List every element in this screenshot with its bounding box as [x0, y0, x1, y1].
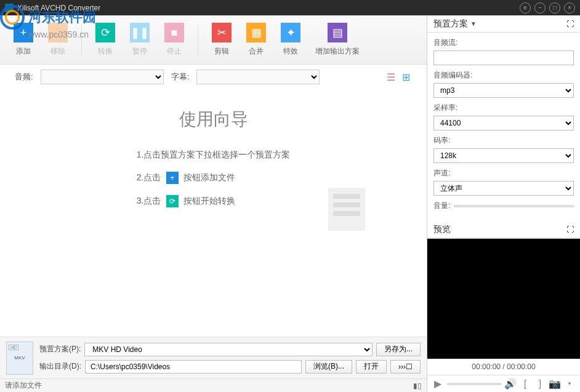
guide-step-2: 2.点击 + 按钮添加文件: [137, 172, 291, 184]
audio-stream-label: 音频流:: [433, 38, 574, 48]
placeholder-thumbnail: [328, 188, 365, 231]
status-icon: ▮▯: [413, 382, 422, 390]
effect-icon: ✦: [281, 23, 300, 42]
expand-icon[interactable]: ⛶: [566, 225, 574, 234]
maximize-button[interactable]: □: [549, 2, 560, 14]
profile-icon: ▤: [328, 23, 347, 42]
play-button[interactable]: ▶: [432, 378, 443, 390]
window-title: Xilisoft AVCHD Converter: [17, 4, 100, 12]
remove-button[interactable]: − 移除: [42, 20, 74, 59]
audio-codec-select[interactable]: mp3: [433, 83, 574, 98]
bracket-left-button[interactable]: [: [520, 378, 531, 390]
stop-button[interactable]: ■ 停止: [158, 20, 190, 59]
expand-icon[interactable]: ⛶: [566, 20, 574, 28]
snapshot-button[interactable]: 📷: [549, 378, 560, 390]
app-icon: [5, 4, 14, 12]
nav-button[interactable]: ›››☐: [390, 360, 421, 374]
bracket-right-button[interactable]: ]: [534, 378, 546, 390]
guide-step-3: 3.点击 ⟳ 按钮开始转换: [137, 195, 291, 207]
effect-button[interactable]: ✦ 特效: [275, 20, 307, 59]
audio-codec-label: 音频编码器:: [433, 70, 574, 81]
main-toolbar: + 添加 − 移除 ⟳ 转换 ❚❚ 暂停 ■ 停止 ✂: [0, 15, 427, 65]
time-display: 00:00:00 / 00:00:00: [427, 359, 580, 375]
progress-slider[interactable]: [447, 383, 501, 385]
format-thumbnail: MKV: [6, 342, 33, 375]
profile-panel-header: 预置方案 ▼ ⛶: [427, 15, 580, 33]
browse-button[interactable]: 浏览(B)...: [305, 360, 352, 374]
merge-icon: ▦: [246, 23, 266, 42]
cut-button[interactable]: ✂ 剪辑: [206, 20, 238, 59]
subtitle-filter-select[interactable]: [196, 70, 320, 84]
bottom-bar: MKV 预置方案(P): MKV HD Video 另存为... 输出目录(D)…: [0, 337, 427, 378]
preview-video: [427, 239, 580, 359]
volume-button[interactable]: 🔊: [505, 378, 516, 390]
menu-button[interactable]: ≡: [520, 2, 531, 14]
dropdown-icon[interactable]: ▼: [564, 378, 575, 390]
profile-label: 预置方案(P):: [39, 344, 81, 354]
add-button[interactable]: + 添加: [7, 20, 39, 59]
convert-icon: ⟳: [166, 195, 179, 207]
convert-button[interactable]: ⟳ 转换: [89, 20, 121, 59]
preview-panel-title: 预览: [433, 224, 451, 235]
guide-step-1: 1.点击预置方案下拉框选择一个预置方案: [137, 150, 291, 161]
open-button[interactable]: 打开: [356, 360, 387, 374]
list-view-button[interactable]: ☰: [385, 71, 397, 83]
output-label: 输出目录(D):: [39, 361, 81, 372]
minus-icon: −: [48, 23, 68, 42]
volume-label: 音量:: [433, 201, 450, 211]
merge-button[interactable]: ▦ 合并: [240, 20, 272, 59]
filter-bar: 音频: 字幕: ☰ ⊞: [0, 65, 427, 89]
add-profile-button[interactable]: ▤ 增加输出方案: [309, 20, 366, 59]
convert-icon: ⟳: [95, 23, 115, 42]
channel-select[interactable]: 立体声: [433, 181, 574, 196]
output-path-input[interactable]: [85, 360, 302, 374]
chevron-down-icon[interactable]: ▼: [470, 20, 477, 27]
plus-icon: +: [166, 172, 179, 184]
profile-select[interactable]: MKV HD Video: [84, 343, 373, 356]
pause-icon: ❚❚: [130, 23, 150, 42]
bitrate-select[interactable]: 128k: [433, 148, 574, 163]
status-text: 请添加文件: [5, 380, 42, 391]
plus-icon: +: [14, 23, 33, 42]
sample-rate-select[interactable]: 44100: [433, 116, 574, 130]
grid-view-button[interactable]: ⊞: [400, 71, 412, 83]
titlebar: Xilisoft AVCHD Converter ≡ − □ ×: [0, 0, 580, 15]
preview-panel-header: 预览 ⛶: [427, 221, 580, 238]
subtitle-filter-label: 字幕:: [171, 71, 190, 82]
bitrate-label: 码率:: [433, 135, 574, 146]
stop-icon: ■: [164, 23, 184, 42]
close-button[interactable]: ×: [564, 2, 575, 14]
volume-slider[interactable]: [454, 205, 574, 207]
minimize-button[interactable]: −: [534, 2, 546, 14]
audio-stream-input[interactable]: [433, 50, 574, 65]
channel-label: 声道:: [433, 168, 574, 178]
profile-panel-title: 预置方案: [433, 18, 468, 30]
guide-title: 使用向导: [0, 108, 427, 131]
status-bar: 请添加文件 ▮▯: [0, 378, 427, 392]
pause-button[interactable]: ❚❚ 暂停: [124, 20, 156, 59]
audio-filter-label: 音频:: [15, 71, 33, 82]
player-controls: ▶ 🔊 [ ] 📷 ▼: [427, 375, 580, 392]
saveas-button[interactable]: 另存为...: [376, 343, 421, 356]
content-area: 使用向导 1.点击预置方案下拉框选择一个预置方案 2.点击 + 按钮添加文件 3…: [0, 89, 427, 337]
sample-rate-label: 采样率:: [433, 103, 574, 113]
audio-filter-select[interactable]: [41, 70, 164, 84]
scissors-icon: ✂: [212, 23, 232, 42]
